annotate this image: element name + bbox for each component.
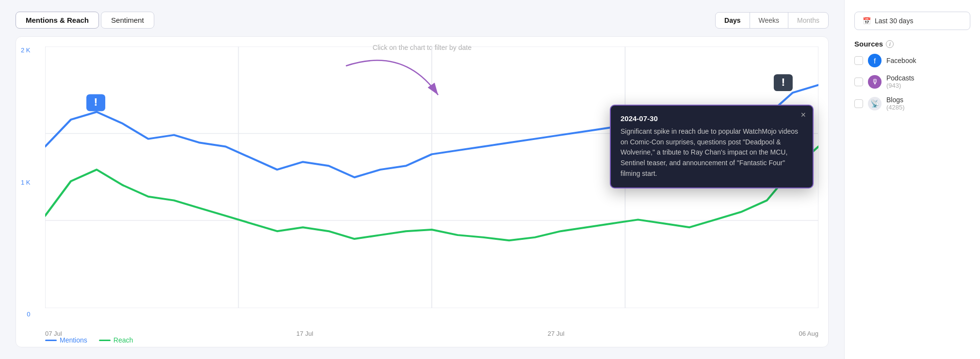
tooltip-close-button[interactable]: ×	[800, 110, 806, 119]
legend-mentions: Mentions	[45, 336, 87, 344]
period-weeks[interactable]: Weeks	[750, 13, 789, 28]
x-label-06aug: 06 Aug	[799, 330, 818, 337]
chart-legend: Mentions Reach	[45, 336, 133, 347]
sources-section: Sources i f Facebook 🎙 Podcasts (943) 📡	[854, 40, 970, 118]
chart-container[interactable]: Click on the chart to filter by date 2 K…	[16, 36, 829, 347]
source-checkbox-blogs[interactable]	[854, 99, 863, 108]
y-label-1k: 1 K	[21, 179, 31, 186]
svg-text:!: !	[94, 96, 98, 108]
period-months[interactable]: Months	[788, 13, 828, 28]
chart-tab-group: Mentions & Reach Sentiment	[16, 12, 154, 29]
source-icon-facebook: f	[868, 54, 882, 67]
legend-mentions-line	[45, 340, 57, 341]
source-checkbox-facebook[interactable]	[854, 56, 863, 65]
source-count-blogs: (4285)	[886, 104, 905, 111]
x-label-17jul: 17 Jul	[296, 330, 313, 337]
source-label-podcasts: Podcasts	[886, 74, 915, 82]
chart-tooltip: × 2024-07-30 Significant spike in reach …	[610, 105, 814, 188]
legend-reach-line	[99, 340, 111, 341]
source-item-facebook: f Facebook	[854, 54, 970, 67]
sources-info-icon[interactable]: i	[886, 40, 894, 48]
source-count-podcasts: (943)	[886, 82, 915, 89]
x-axis-labels: 07 Jul 17 Jul 27 Jul 06 Aug	[45, 330, 818, 337]
svg-text:!: !	[781, 76, 785, 88]
date-range-button[interactable]: 📅 Last 30 days	[854, 12, 970, 30]
source-label-facebook: Facebook	[886, 57, 916, 64]
period-selector: Days Weeks Months	[715, 12, 829, 29]
source-item-blogs: 📡 Blogs (4285)	[854, 96, 970, 111]
source-icon-blogs: 📡	[868, 97, 882, 110]
date-range-label: Last 30 days	[875, 17, 913, 25]
tab-mentions-reach[interactable]: Mentions & Reach	[16, 12, 99, 29]
tooltip-text: Significant spike in reach due to popula…	[621, 126, 803, 179]
legend-reach: Reach	[99, 336, 133, 344]
period-days[interactable]: Days	[716, 13, 750, 28]
source-checkbox-podcasts[interactable]	[854, 78, 863, 86]
tabs-row: Mentions & Reach Sentiment Days Weeks Mo…	[16, 12, 829, 29]
sources-title: Sources i	[854, 40, 970, 48]
source-icon-podcasts: 🎙	[868, 75, 882, 89]
tab-sentiment[interactable]: Sentiment	[101, 12, 154, 29]
y-label-2k: 2 K	[21, 47, 31, 54]
y-label-0: 0	[27, 311, 30, 318]
tooltip-date: 2024-07-30	[621, 114, 803, 123]
source-label-blogs: Blogs	[886, 96, 905, 104]
legend-mentions-label: Mentions	[60, 336, 87, 344]
sidebar: 📅 Last 30 days Sources i f Facebook 🎙 Po…	[844, 0, 980, 359]
source-item-podcasts: 🎙 Podcasts (943)	[854, 74, 970, 89]
y-axis-labels: 2 K 1 K 0	[21, 47, 31, 318]
x-label-27jul: 27 Jul	[548, 330, 565, 337]
calendar-icon: 📅	[863, 17, 871, 25]
legend-reach-label: Reach	[114, 336, 133, 344]
